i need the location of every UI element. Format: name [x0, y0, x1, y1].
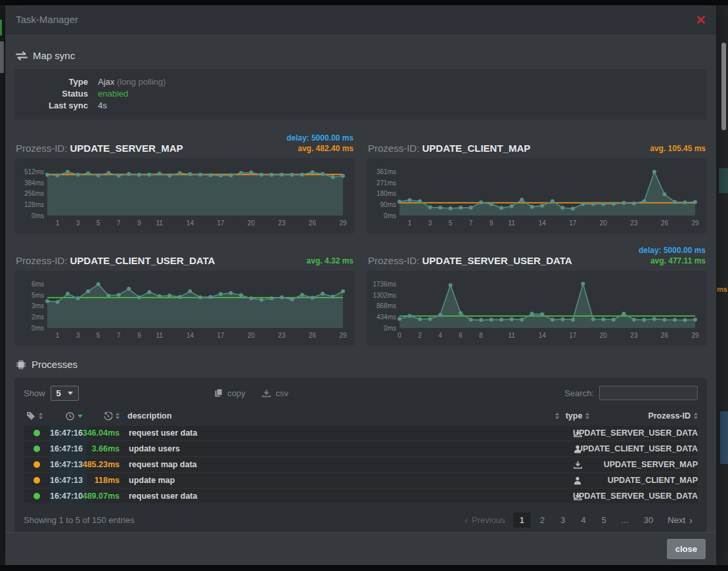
- time-cell: 16:47:16: [50, 426, 87, 440]
- time-cell: 16:47:13: [50, 457, 87, 472]
- status-dot-orange: [34, 461, 40, 468]
- server-download-icon: [574, 461, 582, 469]
- chart-card: 0ms90ms180ms271ms361ms135791114172023262…: [367, 158, 707, 233]
- chart-avg-label: avg. 477.11 ms: [639, 256, 706, 266]
- svg-text:5: 5: [97, 219, 101, 227]
- svg-text:1: 1: [56, 332, 60, 339]
- page-button-4[interactable]: 4: [574, 513, 592, 528]
- column-header-time[interactable]: [50, 412, 87, 421]
- svg-text:0ms: 0ms: [384, 212, 396, 219]
- chart-delay-label: delay: 5000.00 ms: [639, 245, 706, 256]
- status-cell: [24, 426, 50, 440]
- svg-text:180ms: 180ms: [376, 190, 396, 197]
- svg-text:0ms: 0ms: [32, 325, 44, 332]
- last-sync-value: 4s: [98, 100, 107, 112]
- column-header-description[interactable]: description: [124, 411, 559, 421]
- search-input[interactable]: [599, 386, 698, 400]
- page-length-select[interactable]: 5: [51, 386, 79, 401]
- sort-icon: [585, 413, 589, 419]
- close-icon[interactable]: [696, 15, 706, 24]
- column-header-prozess-id[interactable]: Prozess-ID: [596, 411, 698, 421]
- column-header-duration[interactable]: [87, 412, 124, 421]
- chart-avg-label: avg. 4.32 ms: [307, 256, 353, 266]
- svg-text:26: 26: [309, 219, 317, 227]
- page-button-30[interactable]: 30: [637, 513, 660, 528]
- map-sync-info-box: Type Ajax (long polling) Status enabled …: [14, 69, 707, 120]
- chart-title-row: Prozess-ID: UPDATE_CLIENT_USER_DATAavg. …: [14, 242, 355, 266]
- chart-title: Prozess-ID: UPDATE_CLIENT_MAP: [368, 143, 530, 154]
- status-cell: [24, 473, 50, 488]
- background-fragment: ms: [717, 285, 727, 293]
- svg-text:384ms: 384ms: [24, 179, 44, 187]
- svg-text:26: 26: [661, 332, 669, 339]
- svg-text:17: 17: [217, 332, 225, 339]
- svg-text:1: 1: [56, 219, 60, 227]
- processes-heading: Processes: [16, 359, 706, 370]
- svg-text:7: 7: [469, 219, 473, 227]
- svg-text:2ms: 2ms: [32, 313, 44, 321]
- page-button-5[interactable]: 5: [595, 513, 613, 528]
- show-label: Show: [24, 388, 45, 398]
- table-footer: Showing 1 to 5 of 150 entries ‹Previous1…: [24, 511, 698, 528]
- previous-page-button[interactable]: ‹Previous: [459, 513, 511, 528]
- page-button-1[interactable]: 1: [513, 513, 531, 528]
- svg-text:7: 7: [117, 219, 121, 227]
- description-cell: update map: [124, 473, 559, 488]
- chart-block-update_client_user_data: Prozess-ID: UPDATE_CLIENT_USER_DATAavg. …: [14, 242, 355, 346]
- exchange-icon: [16, 51, 28, 60]
- svg-text:1736ms: 1736ms: [373, 281, 396, 288]
- description-header-label: description: [127, 411, 171, 421]
- search-wrap: Search:: [564, 386, 698, 400]
- pagination-ellipsis: …: [616, 513, 635, 528]
- svg-text:5: 5: [97, 332, 101, 339]
- svg-text:11: 11: [156, 332, 164, 339]
- svg-text:5: 5: [449, 219, 453, 227]
- copy-button[interactable]: copy: [214, 388, 245, 398]
- svg-text:2: 2: [418, 332, 422, 339]
- chart-avg-label: avg. 482.40 ms: [286, 143, 353, 154]
- chart-card: 0ms128ms256ms384ms512ms13579111417202326…: [14, 158, 355, 233]
- last-sync-label: Last sync: [24, 100, 88, 112]
- history-icon: [104, 412, 112, 421]
- page-button-3[interactable]: 3: [554, 513, 572, 528]
- svg-text:17: 17: [217, 219, 225, 227]
- column-header-status[interactable]: [24, 411, 50, 421]
- chart-title: Prozess-ID: UPDATE_CLIENT_USER_DATA: [16, 255, 215, 266]
- svg-text:6: 6: [459, 332, 463, 339]
- process-chart-svg: 0ms434ms868ms1302ms1736ms024681114172023…: [371, 277, 700, 340]
- scrollbar-thumb[interactable]: [721, 43, 726, 130]
- svg-text:17: 17: [569, 332, 577, 339]
- type-value: Ajax (long polling): [98, 76, 166, 88]
- svg-text:434ms: 434ms: [376, 313, 396, 321]
- svg-text:20: 20: [248, 219, 256, 227]
- svg-text:23: 23: [630, 219, 638, 227]
- duration-cell: 489.07ms: [87, 489, 124, 503]
- svg-text:20: 20: [248, 332, 256, 339]
- next-page-button[interactable]: Next›: [662, 513, 698, 528]
- task-manager-modal: Task-Manager Map sync Type Ajax (long po…: [5, 5, 716, 565]
- csv-button[interactable]: csv: [262, 388, 288, 398]
- column-header-type[interactable]: type: [559, 411, 596, 421]
- page-button-2[interactable]: 2: [534, 513, 551, 528]
- svg-text:29: 29: [339, 219, 347, 227]
- svg-text:512ms: 512ms: [24, 168, 44, 175]
- sort-desc-icon: [78, 415, 83, 418]
- copy-button-label: copy: [227, 388, 245, 398]
- svg-text:14: 14: [539, 219, 547, 227]
- modal-footer: close: [5, 532, 716, 565]
- process-row: 16:47:10489.07msrequest user dataUPDATE_…: [24, 489, 698, 503]
- svg-text:9: 9: [137, 219, 141, 227]
- chart-stats: avg. 4.32 ms: [307, 256, 353, 266]
- svg-text:23: 23: [278, 332, 286, 339]
- status-dot-green: [34, 493, 40, 499]
- map-sync-heading: Map sync: [16, 50, 706, 61]
- description-cell: request user data: [124, 489, 559, 503]
- status-cell: [24, 457, 50, 472]
- showing-info: Showing 1 to 5 of 150 entries: [24, 515, 134, 525]
- status-cell: [24, 442, 50, 456]
- close-button[interactable]: close: [667, 539, 706, 559]
- type-header-label: type: [566, 411, 583, 421]
- svg-text:7: 7: [117, 332, 121, 339]
- svg-text:0ms: 0ms: [384, 325, 396, 332]
- chart-title: Prozess-ID: UPDATE_SERVER_USER_DATA: [368, 255, 572, 266]
